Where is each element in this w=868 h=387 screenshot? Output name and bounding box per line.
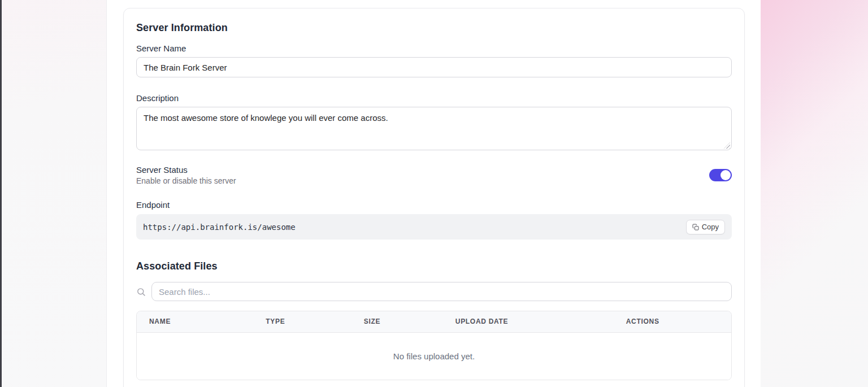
empty-state-message: No files uploaded yet. xyxy=(137,332,731,380)
server-status-text: Server Status Enable or disable this ser… xyxy=(136,165,236,185)
copy-endpoint-button[interactable]: Copy xyxy=(686,220,725,234)
server-status-toggle[interactable] xyxy=(709,169,732,181)
endpoint-url: https://api.brainfork.is/awesome xyxy=(143,223,296,232)
left-background-panel xyxy=(2,0,107,387)
search-icon xyxy=(136,287,146,297)
files-table-container: NAME TYPE SIZE UPLOAD DATE ACTIONS No fi… xyxy=(136,311,732,380)
column-header-type: TYPE xyxy=(253,311,351,332)
column-header-actions: ACTIONS xyxy=(614,311,731,332)
server-name-input[interactable] xyxy=(136,57,732,77)
description-textarea[interactable]: The most awesome store of knowlege you w… xyxy=(136,107,732,150)
endpoint-box: https://api.brainfork.is/awesome Copy xyxy=(136,214,732,240)
column-header-name: NAME xyxy=(137,311,253,332)
column-header-upload-date: UPLOAD DATE xyxy=(443,311,614,332)
right-background-gradient xyxy=(761,0,868,387)
files-table-header-row: NAME TYPE SIZE UPLOAD DATE ACTIONS xyxy=(137,311,731,332)
main-content-area: Server Information Server Name Descripti… xyxy=(107,0,761,387)
copy-icon xyxy=(692,224,699,231)
description-label: Description xyxy=(136,93,732,103)
toggle-knob xyxy=(721,170,731,180)
file-search-row xyxy=(136,282,732,301)
files-table: NAME TYPE SIZE UPLOAD DATE ACTIONS No fi… xyxy=(137,311,731,380)
server-status-row: Server Status Enable or disable this ser… xyxy=(136,165,732,185)
associated-files-title: Associated Files xyxy=(136,260,732,272)
server-settings-card: Server Information Server Name Descripti… xyxy=(123,8,745,387)
endpoint-label: Endpoint xyxy=(136,200,732,210)
copy-button-label: Copy xyxy=(702,223,719,231)
server-name-label: Server Name xyxy=(136,44,732,53)
server-status-help: Enable or disable this server xyxy=(136,176,236,185)
search-files-input[interactable] xyxy=(151,282,732,301)
server-information-title: Server Information xyxy=(136,22,732,34)
server-status-label: Server Status xyxy=(136,165,236,175)
empty-state-row: No files uploaded yet. xyxy=(137,332,731,380)
column-header-size: SIZE xyxy=(351,311,443,332)
